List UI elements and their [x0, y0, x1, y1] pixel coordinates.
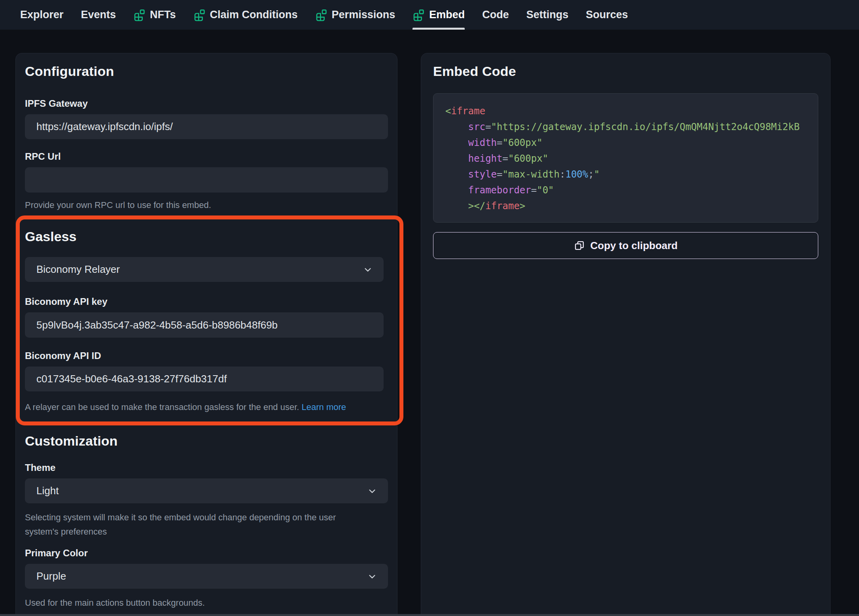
theme-label: Theme — [25, 462, 388, 473]
tab-permissions[interactable]: Permissions — [315, 0, 395, 30]
rpc-url-input[interactable] — [25, 167, 388, 193]
extension-grid-icon — [315, 9, 328, 21]
ipfs-gateway-input[interactable]: https://gateway.ipfscdn.io/ipfs/ — [25, 114, 388, 139]
theme-helper: Selecting system will make it so the emb… — [25, 510, 361, 539]
code-line: frameborder="0" — [445, 182, 806, 198]
extension-grid-icon — [193, 9, 206, 21]
configuration-title: Configuration — [25, 64, 388, 79]
embed-code-title: Embed Code — [433, 64, 818, 79]
code-line: <iframe — [445, 103, 806, 119]
primary-color-label: Primary Color — [25, 548, 388, 559]
primary-color-helper: Used for the main actions button backgro… — [25, 596, 388, 610]
biconomy-api-key-label: Biconomy API key — [25, 296, 384, 307]
embed-code-snippet: <iframe src="https://gateway.ipfscdn.io/… — [433, 93, 818, 223]
tab-claim-conditions[interactable]: Claim Conditions — [193, 0, 298, 30]
copy-to-clipboard-button[interactable]: Copy to clipboard — [433, 232, 818, 259]
theme-select[interactable]: Light — [25, 478, 388, 503]
tab-label: Claim Conditions — [210, 9, 298, 21]
configuration-card: Configuration IPFS Gateway https://gatew… — [15, 53, 397, 616]
gasless-relayer-select-value: Biconomy Relayer — [36, 263, 120, 276]
biconomy-api-id-input[interactable]: c017345e-b0e6-46a3-9138-27f76db317df — [25, 367, 384, 391]
tab-events[interactable]: Events — [81, 0, 116, 30]
chevron-down-icon — [368, 487, 377, 495]
tab-label: Events — [81, 9, 116, 21]
chevron-down-icon — [368, 572, 377, 581]
code-line: style="max-width:100%;" — [445, 166, 806, 182]
primary-color-select-value: Purple — [36, 570, 66, 582]
bottom-strip — [0, 614, 859, 616]
rpc-url-label: RPC Url — [25, 151, 388, 162]
biconomy-api-id-label: Biconomy API ID — [25, 350, 384, 361]
extension-grid-icon — [133, 9, 146, 21]
code-line: width="600px" — [445, 135, 806, 151]
gasless-helper-text: A relayer can be used to make the transa… — [25, 402, 302, 412]
tab-label: Embed — [429, 9, 465, 21]
tab-label: Explorer — [20, 9, 64, 21]
gasless-relayer-select[interactable]: Biconomy Relayer — [25, 257, 384, 282]
tab-label: Permissions — [332, 9, 395, 21]
tab-label: Settings — [526, 9, 569, 21]
customization-title: Customization — [25, 433, 388, 449]
tab-code[interactable]: Code — [482, 0, 509, 30]
gasless-helper: A relayer can be used to make the transa… — [25, 400, 384, 414]
embed-code-card: Embed Code <iframe src="https://gateway.… — [421, 53, 831, 616]
learn-more-link[interactable]: Learn more — [302, 402, 346, 412]
tab-embed[interactable]: Embed — [412, 0, 465, 30]
tab-explorer[interactable]: Explorer — [20, 0, 64, 30]
ipfs-gateway-label: IPFS Gateway — [25, 98, 388, 109]
extension-grid-icon — [412, 9, 425, 21]
customization-section: Customization Theme Light Selecting syst… — [25, 433, 388, 610]
code-line: height="600px" — [445, 151, 806, 166]
copy-to-clipboard-label: Copy to clipboard — [590, 240, 678, 252]
gasless-title: Gasless — [25, 229, 384, 244]
tab-label: Code — [482, 9, 509, 21]
tab-label: Sources — [586, 9, 628, 21]
chevron-down-icon — [363, 265, 372, 274]
rpc-url-helper: Provide your own RPC url to use for this… — [25, 198, 388, 212]
copy-icon — [574, 240, 585, 251]
theme-select-value: Light — [36, 485, 59, 497]
biconomy-api-key-input[interactable]: 5p9lvBo4j.3ab35c47-a982-4b58-a5d6-b8986b… — [25, 312, 384, 338]
code-line: ></iframe> — [445, 198, 806, 214]
primary-color-select[interactable]: Purple — [25, 564, 388, 589]
tab-nfts[interactable]: NFTs — [133, 0, 176, 30]
code-line: src="https://gateway.ipfscdn.io/ipfs/QmQ… — [445, 119, 806, 135]
tab-settings[interactable]: Settings — [526, 0, 569, 30]
tab-sources[interactable]: Sources — [586, 0, 628, 30]
top-nav: ExplorerEventsNFTsClaim ConditionsPermis… — [0, 0, 859, 30]
gasless-highlight-box: Gasless Biconomy Relayer Biconomy API ke… — [16, 215, 403, 425]
tab-label: NFTs — [150, 9, 176, 21]
